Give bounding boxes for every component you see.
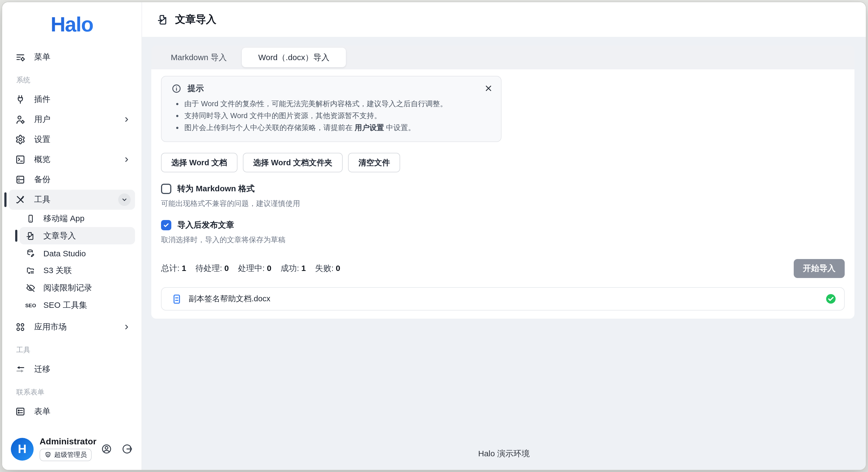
- sidebar-item-label: 移动端 App: [43, 213, 85, 224]
- checkbox-hint: 取消选择时，导入的文章将保存为草稿: [161, 235, 845, 245]
- sidebar-item-mobile-app[interactable]: 移动端 App: [20, 210, 135, 227]
- sidebar-item-settings[interactable]: 设置: [9, 129, 135, 150]
- sidebar-item-label: 阅读限制记录: [43, 283, 92, 293]
- role-badge-label: 超级管理员: [54, 450, 87, 460]
- sidebar-item-s3[interactable]: S3 关联: [20, 262, 135, 279]
- start-import-button[interactable]: 开始导入: [794, 259, 845, 278]
- file-action-buttons: 选择 Word 文档 选择 Word 文档文件夹 清空文件: [161, 153, 845, 172]
- stat-total: 总计:1: [161, 263, 186, 274]
- sidebar-item-app-market[interactable]: 应用市场: [9, 317, 135, 337]
- sidebar-item-migrate[interactable]: 迁移: [9, 359, 135, 379]
- option-convert-markdown: 转为 Markdown 格式 可能出现格式不兼容的问题，建议谨慎使用: [161, 184, 845, 209]
- sidebar-item-forms[interactable]: 表单: [9, 402, 135, 421]
- page-title: 文章导入: [175, 12, 216, 27]
- checkbox-hint: 可能出现格式不兼容的问题，建议谨慎使用: [161, 199, 845, 209]
- sidebar-item-label: 迁移: [34, 364, 51, 374]
- select-word-doc-button[interactable]: 选择 Word 文档: [161, 153, 238, 172]
- file-import-icon: [26, 231, 35, 240]
- sidebar-item-overview[interactable]: 概览: [9, 150, 135, 169]
- sidebar-item-data-studio[interactable]: Data Studio: [20, 244, 135, 262]
- transfer-arrows-icon: [15, 364, 26, 374]
- sidebar-item-label: 应用市场: [34, 322, 67, 332]
- checkbox[interactable]: [161, 184, 171, 194]
- checkbox[interactable]: [161, 220, 171, 230]
- tab-word-import[interactable]: Word（.docx）导入: [242, 48, 346, 67]
- tab-bar: Markdown 导入 Word（.docx）导入: [151, 45, 855, 69]
- sidebar-item-article-import[interactable]: 文章导入: [20, 227, 135, 244]
- grid-circles-icon: [15, 322, 26, 332]
- convert-markdown-checkbox-row[interactable]: 转为 Markdown 格式: [161, 184, 845, 194]
- chevron-right-icon: [123, 116, 131, 124]
- sidebar-item-tools[interactable]: 工具: [9, 190, 135, 210]
- screen: Halo 菜单 系统 插件 用户: [0, 0, 868, 472]
- sidebar-item-users[interactable]: 用户: [9, 109, 135, 129]
- publish-checkbox-row[interactable]: 导入后发布文章: [161, 220, 845, 230]
- alert-bullet: 支持同时导入 Word 文件中的图片资源，其他资源暂不支持。: [184, 111, 492, 121]
- terminal-icon: [15, 154, 26, 165]
- archive-icon: [15, 175, 26, 185]
- avatar: H: [11, 438, 34, 460]
- environment-footer: Halo 演示环境: [142, 449, 866, 459]
- role-badge: 超级管理员: [39, 449, 92, 461]
- gear-icon: [15, 134, 26, 145]
- stat-success: 成功:1: [281, 263, 306, 274]
- file-list-item: 副本签名帮助文档.docx: [161, 287, 845, 311]
- page-header: 文章导入: [142, 2, 866, 37]
- stat-failed: 失败:0: [315, 263, 340, 274]
- sidebar-item-label: 表单: [34, 406, 51, 417]
- sidebar-item-label: 设置: [34, 134, 51, 145]
- menu-settings-icon: [15, 52, 26, 62]
- tips-alert: 提示 由于 Word 文件的复杂性，可能无法完美解析内容格式，建议导入之后自行调…: [161, 76, 501, 142]
- check-circle-icon: [825, 293, 837, 305]
- sidebar-item-label: S3 关联: [43, 265, 72, 276]
- user-info: Administrator 超级管理员: [39, 437, 96, 461]
- import-stats-row: 总计:1 待处理:0 处理中:0 成功:1 失败:0 开始导入: [161, 259, 845, 278]
- close-icon[interactable]: [484, 84, 493, 93]
- select-word-folder-button[interactable]: 选择 Word 文档文件夹: [243, 153, 343, 172]
- import-panel: 提示 由于 Word 文件的复杂性，可能无法完美解析内容格式，建议导入之后自行调…: [151, 69, 855, 319]
- sidebar-item-read-limit[interactable]: 阅读限制记录: [20, 279, 135, 296]
- sidebar-item-menu[interactable]: 菜单: [9, 47, 135, 67]
- alert-bullet: 由于 Word 文件的复杂性，可能无法完美解析内容格式，建议导入之后自行调整。: [184, 99, 492, 109]
- sidebar-item-seo[interactable]: SEO SEO 工具集: [20, 296, 135, 314]
- eye-off-icon: [26, 283, 35, 292]
- plug-icon: [15, 94, 26, 104]
- app-window: Halo 菜单 系统 插件 用户: [2, 2, 866, 470]
- form-icon: [15, 406, 26, 417]
- chevron-right-icon: [123, 323, 131, 331]
- checkbox-label: 转为 Markdown 格式: [177, 184, 254, 194]
- alert-bullet: 图片会上传到与个人中心关联的存储策略，请提前在 用户设置 中设置。: [184, 123, 492, 133]
- sidebar-item-label: 备份: [34, 175, 51, 185]
- sidebar-section-tools: 工具: [16, 345, 135, 355]
- shield-user-icon: [44, 451, 52, 459]
- checkbox-label: 导入后发布文章: [177, 220, 234, 230]
- tab-markdown-import[interactable]: Markdown 导入: [156, 48, 242, 67]
- database-edit-icon: [26, 248, 35, 258]
- user-area: H Administrator 超级管理员: [2, 431, 142, 464]
- file-name: 副本签名帮助文档.docx: [189, 294, 270, 304]
- sidebar-item-label: SEO 工具集: [43, 300, 87, 310]
- sidebar-item-label: 用户: [34, 114, 51, 125]
- sidebar-item-plugins[interactable]: 插件: [9, 89, 135, 109]
- clear-files-button[interactable]: 清空文件: [348, 153, 400, 172]
- folder-link-icon: [26, 266, 35, 275]
- collapse-toggle[interactable]: [118, 193, 131, 206]
- word-document-icon: [171, 293, 182, 304]
- sidebar-item-label: 菜单: [34, 52, 51, 62]
- user-circle-icon[interactable]: [101, 443, 112, 455]
- sidebar-item-backup[interactable]: 备份: [9, 169, 135, 190]
- main-area: 文章导入 Markdown 导入 Word（.docx）导入 提示: [142, 2, 866, 470]
- logout-icon[interactable]: [121, 443, 133, 455]
- alert-bullet-list: 由于 Word 文件的复杂性，可能无法完美解析内容格式，建议导入之后自行调整。 …: [171, 99, 492, 133]
- tools-icon: [15, 194, 26, 205]
- sidebar-section-system: 系统: [16, 75, 135, 85]
- chevron-right-icon: [123, 156, 131, 164]
- chevron-down-icon: [121, 196, 128, 203]
- seo-text-icon: SEO: [26, 301, 35, 310]
- check-icon: [163, 222, 170, 229]
- sidebar-item-label: 概览: [34, 154, 51, 165]
- sidebar-item-label: 插件: [34, 94, 51, 104]
- sidebar: Halo 菜单 系统 插件 用户: [2, 2, 142, 470]
- content: Markdown 导入 Word（.docx）导入 提示 由于 Word 文件的…: [142, 37, 866, 470]
- sidebar-section-contact-form: 联系表单: [16, 387, 135, 397]
